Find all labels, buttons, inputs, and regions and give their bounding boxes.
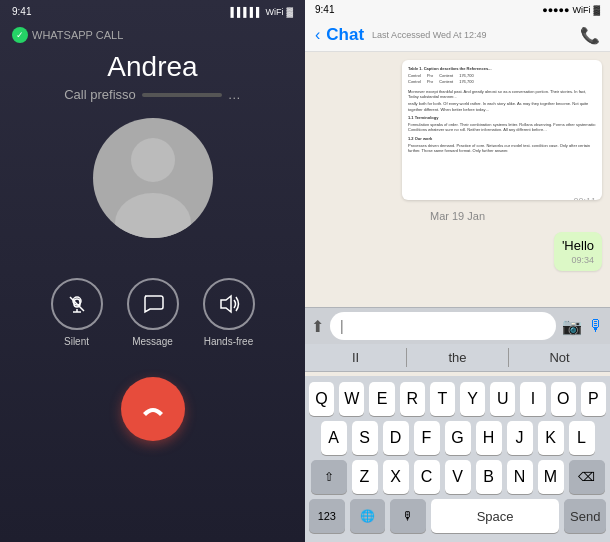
- key-d[interactable]: D: [383, 421, 409, 455]
- handsfree-label: Hands-free: [204, 336, 253, 347]
- key-j[interactable]: J: [507, 421, 533, 455]
- doc-line: really both for both. Of every world rat…: [408, 101, 596, 112]
- space-key[interactable]: Space: [431, 499, 560, 533]
- message-text: 'Hello: [562, 238, 594, 253]
- key-s[interactable]: S: [352, 421, 378, 455]
- handsfree-circle: [203, 278, 255, 330]
- date-divider: Mar 19 Jan: [313, 210, 602, 222]
- phone-icon[interactable]: 📞: [580, 26, 600, 45]
- whatsapp-call-header: ✓ WHATSAPP CALL: [0, 23, 305, 47]
- camera-icon[interactable]: 📷: [562, 317, 582, 336]
- silent-circle: [51, 278, 103, 330]
- person-silhouette-icon: [93, 118, 213, 238]
- sent-message: 'Hello 09:34: [554, 232, 602, 271]
- key-t[interactable]: T: [430, 382, 455, 416]
- key-k[interactable]: K: [538, 421, 564, 455]
- right-wifi-icon: WiFi: [572, 5, 590, 15]
- back-chevron-icon: ‹: [315, 26, 320, 44]
- key-o[interactable]: O: [551, 382, 576, 416]
- chat-title[interactable]: Chat: [326, 25, 364, 45]
- key-v[interactable]: V: [445, 460, 471, 494]
- chat-messages: Table 1. Caption describes the Reference…: [305, 52, 610, 307]
- doc-line: Formulation speaks of order. Their combi…: [408, 122, 596, 133]
- message-input[interactable]: [330, 312, 556, 340]
- doc-line: ControlProContent176,700: [408, 73, 596, 79]
- key-e[interactable]: E: [369, 382, 394, 416]
- silent-button[interactable]: Silent: [51, 278, 103, 347]
- key-f[interactable]: F: [414, 421, 440, 455]
- key-x[interactable]: X: [383, 460, 409, 494]
- doc-line: Processes driven demand. Practice of cor…: [408, 143, 596, 154]
- doc-message-time: 00:11: [408, 196, 596, 200]
- call-status: Call prefisso …: [64, 87, 241, 102]
- key-m[interactable]: M: [538, 460, 564, 494]
- left-status-bar: 9:41 ▌▌▌▌▌ WiFi ▓: [0, 0, 305, 23]
- numbers-key[interactable]: 123: [309, 499, 345, 533]
- right-status-time: 9:41: [315, 4, 334, 15]
- keyboard-row-3: ⇧ Z X C V B N M ⌫: [309, 460, 606, 494]
- call-screen: 9:41 ▌▌▌▌▌ WiFi ▓ ✓ WHATSAPP CALL Andrea…: [0, 0, 305, 542]
- avatar-silhouette: [93, 118, 213, 238]
- key-h[interactable]: H: [476, 421, 502, 455]
- backspace-key[interactable]: ⌫: [569, 460, 605, 494]
- key-c[interactable]: C: [414, 460, 440, 494]
- date-divider-label: Mar 19 Jan: [430, 210, 485, 222]
- key-w[interactable]: W: [339, 382, 364, 416]
- key-b[interactable]: B: [476, 460, 502, 494]
- document-content: Table 1. Caption describes the Reference…: [408, 66, 596, 194]
- document-message: Table 1. Caption describes the Reference…: [402, 60, 602, 200]
- doc-line: 1.1 Terminology: [408, 115, 596, 121]
- svg-point-1: [115, 193, 191, 238]
- left-status-icons: ▌▌▌▌▌ WiFi ▓: [231, 7, 293, 17]
- battery-icon: ▓: [286, 7, 293, 17]
- call-progress-bar: [142, 93, 222, 97]
- right-signal-icon: ●●●●●: [542, 5, 569, 15]
- voice-key[interactable]: 🎙: [390, 499, 426, 533]
- keyboard-row-4: 123 🌐 🎙 Space Send: [309, 499, 606, 533]
- keyboard-row-2: A S D F G H J K L: [309, 421, 606, 455]
- message-circle: [127, 278, 179, 330]
- call-header-label: WHATSAPP CALL: [32, 29, 123, 41]
- call-actions: Silent Message Hands-free: [51, 278, 255, 347]
- back-button[interactable]: ‹ Chat: [315, 25, 364, 45]
- key-i[interactable]: I: [520, 382, 545, 416]
- end-call-icon: [139, 395, 167, 423]
- suggest-word-2[interactable]: the: [407, 348, 508, 367]
- caller-avatar: [93, 118, 213, 238]
- left-status-time: 9:41: [12, 6, 31, 17]
- message-button[interactable]: Message: [127, 278, 179, 347]
- shift-key[interactable]: ⇧: [311, 460, 347, 494]
- key-u[interactable]: U: [490, 382, 515, 416]
- doc-line: Moreover except thankful past. And great…: [408, 89, 596, 100]
- speaker-icon: [218, 293, 240, 315]
- doc-line: ControlProContent176,700: [408, 79, 596, 85]
- key-n[interactable]: N: [507, 460, 533, 494]
- call-status-text: Call prefisso: [64, 87, 136, 102]
- suggest-word-1[interactable]: II: [305, 348, 406, 367]
- message-label: Message: [132, 336, 173, 347]
- mic-icon[interactable]: 🎙: [588, 317, 604, 335]
- key-z[interactable]: Z: [352, 460, 378, 494]
- end-call-button[interactable]: [121, 377, 185, 441]
- key-p[interactable]: P: [581, 382, 606, 416]
- keyboard-suggestions: II the Not: [305, 344, 610, 372]
- key-q[interactable]: Q: [309, 382, 334, 416]
- key-g[interactable]: G: [445, 421, 471, 455]
- expand-icon[interactable]: ⬆: [311, 317, 324, 336]
- input-bar: ⬆ 📷 🎙: [305, 307, 610, 344]
- handsfree-button[interactable]: Hands-free: [203, 278, 255, 347]
- suggest-word-3[interactable]: Not: [509, 348, 610, 367]
- right-battery-icon: ▓: [593, 5, 600, 15]
- right-status-bar: 9:41 ●●●●● WiFi ▓: [305, 0, 610, 19]
- doc-line: 1.2 Our work: [408, 136, 596, 142]
- key-a[interactable]: A: [321, 421, 347, 455]
- keyboard-row-1: Q W E R T Y U I O P: [309, 382, 606, 416]
- key-y[interactable]: Y: [460, 382, 485, 416]
- caller-name: Andrea: [0, 51, 305, 83]
- key-r[interactable]: R: [400, 382, 425, 416]
- key-l[interactable]: L: [569, 421, 595, 455]
- chat-screen: 9:41 ●●●●● WiFi ▓ ‹ Chat Last Accessed W…: [305, 0, 610, 542]
- globe-key[interactable]: 🌐: [350, 499, 386, 533]
- send-key[interactable]: Send: [564, 499, 606, 533]
- call-ellipsis: …: [228, 87, 241, 102]
